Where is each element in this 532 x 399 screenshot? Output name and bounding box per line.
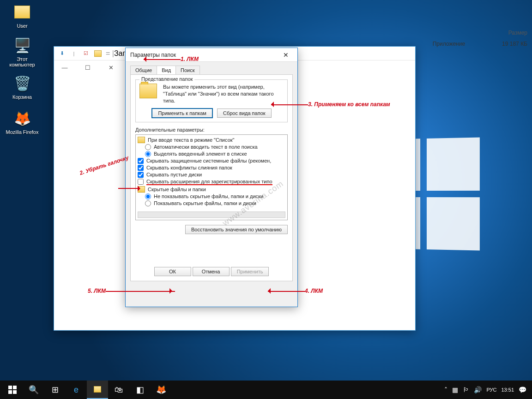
tree-group-label: Скрытые файлы и папки	[148, 187, 206, 192]
tree-item: Показывать скрытые файлы, папки и диски	[154, 200, 256, 206]
minimize-button[interactable]: —	[54, 60, 75, 74]
task-view-icon[interactable]: ⊞	[44, 381, 66, 399]
label: Mozilla Firefox	[6, 129, 39, 135]
system-tray: ˄ ▦ 🏳 🔊 РУС 13:51 💬	[444, 386, 530, 393]
check-hide-extensions[interactable]	[138, 179, 144, 185]
folder-icon	[139, 84, 157, 98]
taskbar: 🔍 ⊞ e 🛍 ◧ 🦊 ˄ ▦ 🏳 🔊 РУС 13:51 💬	[0, 381, 532, 399]
folder-views-group: Представление папок Вы можете применить …	[135, 79, 288, 122]
folder-icon	[13, 3, 31, 21]
tree-item: Скрывать пустые диски	[146, 172, 202, 177]
dialog-body: Представление папок Вы можете применить …	[130, 74, 293, 281]
file-type: Приложение	[433, 41, 465, 47]
desktop-icon-firefox[interactable]: 🦊 Mozilla Firefox	[5, 109, 40, 135]
svg-rect-2	[8, 390, 12, 394]
explorer-taskbar-icon[interactable]	[87, 381, 108, 399]
store-icon[interactable]: 🛍	[108, 381, 129, 399]
edge-icon[interactable]: e	[66, 381, 87, 399]
tree-item: Автоматически вводить текст в поле поиск…	[154, 144, 258, 150]
search-icon[interactable]: 🔍	[23, 381, 44, 399]
firefox-icon: 🦊	[13, 109, 31, 127]
tree-item: Не показывать скрытые файлы, папки и дис…	[154, 193, 263, 199]
tab-search[interactable]: Поиск	[175, 66, 200, 74]
tray-notifications-icon[interactable]: 💬	[519, 386, 526, 393]
check-hide-merge[interactable]	[138, 165, 144, 171]
pc-icon: 🖥️	[13, 36, 31, 54]
dialog-titlebar[interactable]: Параметры папок ✕	[126, 48, 297, 62]
desktop-icon-this-pc[interactable]: 🖥️ Этот компьютер	[5, 36, 40, 67]
unknown-app-icon[interactable]: ◧	[129, 381, 151, 399]
column-size[interactable]: Размер	[508, 30, 527, 36]
desktop-icon-recycle[interactable]: 🗑️ Корзина	[5, 74, 40, 100]
dialog-title: Параметры папок	[130, 52, 176, 58]
downloads-icon: ⬇	[57, 48, 67, 59]
tab-general[interactable]: Общие	[130, 66, 157, 74]
file-size: 19 187 КБ	[502, 41, 527, 47]
firefox-taskbar-icon[interactable]: 🦊	[151, 381, 172, 399]
restore-defaults-button[interactable]: Восстановить значения по умолчанию	[185, 225, 288, 234]
tab-view[interactable]: Вид	[157, 66, 176, 74]
radio-select-typed[interactable]	[145, 151, 151, 157]
folder-icon	[138, 137, 145, 143]
radio-show-hidden[interactable]	[145, 200, 151, 206]
reset-folders-button[interactable]: Сброс вида папок	[217, 109, 272, 118]
tray-vm-icon[interactable]: ▦	[452, 386, 458, 393]
tree-item: Скрывать защищенные системные файлы (рек…	[146, 158, 271, 163]
apply-button[interactable]: Применить	[231, 267, 269, 276]
tray-volume-icon[interactable]: 🔊	[474, 386, 482, 393]
tray-chevron-icon[interactable]: ˄	[444, 386, 447, 393]
tree-group-label: При вводе текста в режиме "Список"	[148, 137, 234, 143]
folder-icon	[138, 186, 145, 193]
tree-item-hide-extensions: Скрывать расширения для зарегистрированн…	[146, 179, 272, 185]
cancel-button[interactable]: Отмена	[193, 267, 230, 276]
apply-to-folders-button[interactable]: Применить к папкам	[151, 108, 213, 118]
svg-rect-3	[13, 390, 17, 394]
label: Этот компьютер	[9, 56, 35, 67]
tree-item: Скрывать конфликты слияния папок	[146, 165, 232, 170]
horizontal-scrollbar[interactable]	[138, 212, 285, 218]
check-hide-empty-drives[interactable]	[138, 172, 144, 178]
tray-clock[interactable]: 13:51	[501, 387, 514, 393]
dialog-tabs: Общие Вид Поиск	[130, 66, 293, 74]
advanced-settings-tree[interactable]: При вводе текста в режиме "Список" Автом…	[135, 134, 288, 220]
close-icon[interactable]: ✕	[279, 51, 293, 59]
label: Корзина	[12, 94, 32, 100]
dialog-footer: ОК Отмена Применить	[131, 267, 292, 276]
group-legend: Представление папок	[139, 76, 194, 82]
ok-button[interactable]: ОК	[154, 267, 191, 276]
tray-network-icon[interactable]: 🏳	[463, 386, 469, 393]
radio-auto-search[interactable]	[145, 144, 151, 150]
advanced-settings-label: Дополнительные параметры:	[135, 127, 288, 133]
radio-dont-show-hidden[interactable]	[145, 193, 151, 200]
svg-rect-1	[13, 386, 17, 389]
check-hide-protected[interactable]	[138, 158, 144, 164]
folder-options-dialog: Параметры папок ✕ Общие Вид Поиск Предст…	[125, 48, 298, 307]
start-button[interactable]	[2, 381, 23, 399]
desktop-icon-user[interactable]: User	[5, 3, 40, 29]
group-text: Вы можете применить этот вид (например, …	[163, 84, 274, 104]
recycle-icon: 🗑️	[13, 74, 31, 92]
tree-item: Выделять введенный элемент в списке	[154, 151, 247, 157]
label: User	[17, 23, 27, 29]
tray-language[interactable]: РУС	[486, 387, 496, 393]
svg-rect-0	[8, 386, 12, 389]
